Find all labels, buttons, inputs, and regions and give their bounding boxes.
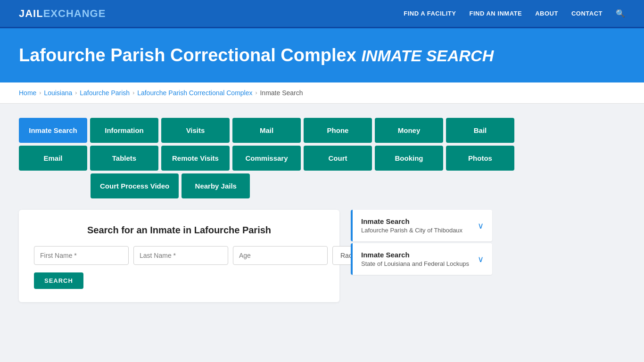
tab-remote-visits[interactable]: Remote Visits [161, 146, 230, 171]
tabs-container: Inmate Search Information Visits Mail Ph… [19, 118, 528, 198]
logo-jail: JAIL [19, 8, 43, 19]
search-card: Search for an Inmate in Lafourche Parish… [19, 210, 339, 302]
breadcrumb-home[interactable]: Home [19, 89, 36, 97]
nav-about[interactable]: ABOUT [535, 10, 558, 17]
last-name-input[interactable] [133, 246, 228, 265]
sidebar-item-lafourche[interactable]: Inmate Search Lafourche Parish & City of… [351, 210, 492, 241]
chevron-down-icon: ∨ [478, 221, 484, 231]
tabs-row-2: Email Tablets Remote Visits Commissary C… [19, 146, 514, 171]
tab-inmate-search[interactable]: Inmate Search [19, 118, 87, 143]
breadcrumb-lafourche[interactable]: Lafourche Parish [80, 89, 130, 97]
sidebar-item-lafourche-subtitle: Lafourche Parish & City of Thibodaux [361, 227, 462, 234]
first-name-input[interactable] [34, 246, 129, 265]
sidebar: Inmate Search Lafourche Parish & City of… [351, 210, 492, 277]
main-content: Inmate Search Information Visits Mail Ph… [0, 104, 644, 316]
breadcrumb-sep-2: › [75, 90, 77, 96]
tab-nearby-jails[interactable]: Nearby Jails [182, 173, 250, 198]
breadcrumb-facility[interactable]: Lafourche Parish Correctional Complex [137, 89, 252, 97]
breadcrumb-sep-4: › [255, 90, 257, 96]
age-input[interactable] [233, 246, 328, 265]
hero-title-sub: INMATE SEARCH [361, 47, 494, 65]
hero-section: Lafourche Parish Correctional Complex IN… [0, 28, 644, 82]
breadcrumb-current: Inmate Search [260, 89, 303, 97]
breadcrumb-sep-3: › [132, 90, 134, 96]
tab-email[interactable]: Email [19, 146, 87, 171]
search-title: Search for an Inmate in Lafourche Parish [34, 225, 324, 236]
tab-money[interactable]: Money [375, 118, 443, 143]
breadcrumb: Home › Louisiana › Lafourche Parish › La… [0, 82, 644, 104]
page-title: Lafourche Parish Correctional Complex IN… [19, 45, 625, 66]
nav-find-facility[interactable]: FIND A FACILITY [404, 10, 456, 17]
sidebar-item-lafourche-title: Inmate Search [361, 217, 462, 225]
tab-phone[interactable]: Phone [304, 118, 372, 143]
main-nav: FIND A FACILITY FIND AN INMATE ABOUT CON… [404, 9, 625, 18]
tabs-row-3: Court Process Video Nearby Jails [91, 173, 250, 198]
header: JAILEXCHANGE FIND A FACILITY FIND AN INM… [0, 0, 644, 28]
sidebar-item-louisiana-subtitle: State of Louisiana and Federal Lockups [361, 260, 469, 267]
tab-booking[interactable]: Booking [375, 146, 443, 171]
tab-bail[interactable]: Bail [446, 118, 514, 143]
content-area: Search for an Inmate in Lafourche Parish… [19, 210, 625, 302]
breadcrumb-louisiana[interactable]: Louisiana [44, 89, 72, 97]
breadcrumb-sep-1: › [39, 90, 41, 96]
search-icon[interactable]: 🔍 [616, 9, 625, 18]
hero-title-main: Lafourche Parish Correctional Complex [19, 45, 356, 65]
sidebar-item-louisiana-title: Inmate Search [361, 251, 469, 259]
logo[interactable]: JAILEXCHANGE [19, 8, 106, 20]
tab-photos[interactable]: Photos [446, 146, 514, 171]
tab-court[interactable]: Court [304, 146, 372, 171]
tab-commissary[interactable]: Commissary [232, 146, 301, 171]
sidebar-item-louisiana[interactable]: Inmate Search State of Louisiana and Fed… [351, 243, 492, 275]
search-button[interactable]: SEARCH [34, 272, 83, 289]
nav-find-inmate[interactable]: FIND AN INMATE [469, 10, 522, 17]
logo-exchange: EXCHANGE [43, 8, 106, 19]
tabs-row-1: Inmate Search Information Visits Mail Ph… [19, 118, 514, 143]
tab-mail[interactable]: Mail [232, 118, 301, 143]
search-inputs: Race White Black Hispanic Asian Other [34, 246, 324, 265]
tab-court-process-video[interactable]: Court Process Video [91, 173, 179, 198]
tab-tablets[interactable]: Tablets [90, 146, 158, 171]
tab-information[interactable]: Information [90, 118, 158, 143]
tab-visits[interactable]: Visits [161, 118, 230, 143]
chevron-down-icon-2: ∨ [478, 254, 484, 264]
nav-contact[interactable]: CONTACT [571, 10, 603, 17]
